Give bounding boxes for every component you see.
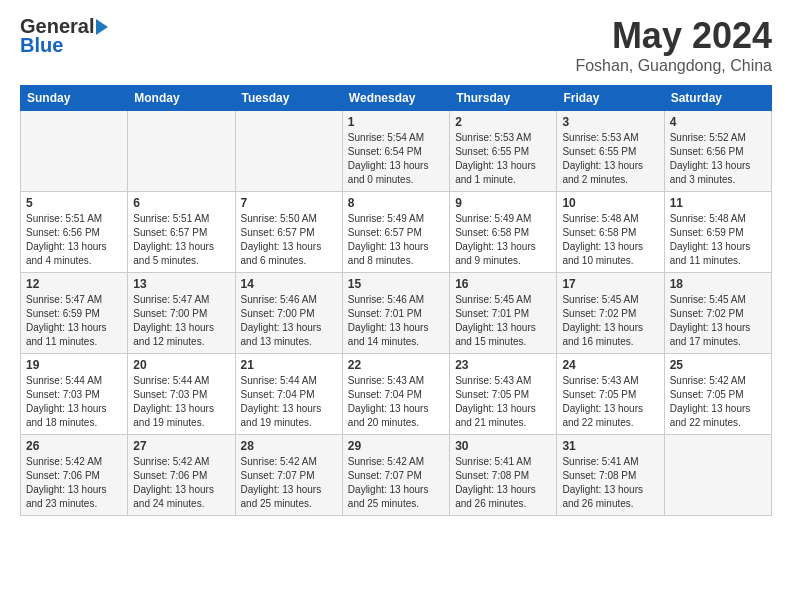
calendar-cell: 20Sunrise: 5:44 AMSunset: 7:03 PMDayligh… xyxy=(128,354,235,435)
calendar-cell: 4Sunrise: 5:52 AMSunset: 6:56 PMDaylight… xyxy=(664,111,771,192)
day-number: 30 xyxy=(455,439,551,453)
day-number: 26 xyxy=(26,439,122,453)
weekday-header-row: SundayMondayTuesdayWednesdayThursdayFrid… xyxy=(21,86,772,111)
calendar-cell: 5Sunrise: 5:51 AMSunset: 6:56 PMDaylight… xyxy=(21,192,128,273)
day-info: Sunrise: 5:42 AMSunset: 7:05 PMDaylight:… xyxy=(670,374,766,430)
calendar-cell: 6Sunrise: 5:51 AMSunset: 6:57 PMDaylight… xyxy=(128,192,235,273)
day-number: 7 xyxy=(241,196,337,210)
day-number: 19 xyxy=(26,358,122,372)
day-number: 18 xyxy=(670,277,766,291)
day-number: 25 xyxy=(670,358,766,372)
weekday-header: Tuesday xyxy=(235,86,342,111)
calendar-cell: 10Sunrise: 5:48 AMSunset: 6:58 PMDayligh… xyxy=(557,192,664,273)
day-info: Sunrise: 5:48 AMSunset: 6:58 PMDaylight:… xyxy=(562,212,658,268)
day-info: Sunrise: 5:46 AMSunset: 7:01 PMDaylight:… xyxy=(348,293,444,349)
calendar-cell: 7Sunrise: 5:50 AMSunset: 6:57 PMDaylight… xyxy=(235,192,342,273)
calendar-cell: 11Sunrise: 5:48 AMSunset: 6:59 PMDayligh… xyxy=(664,192,771,273)
calendar-cell: 1Sunrise: 5:54 AMSunset: 6:54 PMDaylight… xyxy=(342,111,449,192)
calendar-cell: 24Sunrise: 5:43 AMSunset: 7:05 PMDayligh… xyxy=(557,354,664,435)
day-number: 6 xyxy=(133,196,229,210)
day-number: 1 xyxy=(348,115,444,129)
day-number: 3 xyxy=(562,115,658,129)
day-number: 17 xyxy=(562,277,658,291)
day-info: Sunrise: 5:49 AMSunset: 6:57 PMDaylight:… xyxy=(348,212,444,268)
calendar-cell: 8Sunrise: 5:49 AMSunset: 6:57 PMDaylight… xyxy=(342,192,449,273)
main-title: May 2024 xyxy=(575,15,772,57)
calendar-cell: 28Sunrise: 5:42 AMSunset: 7:07 PMDayligh… xyxy=(235,435,342,516)
day-info: Sunrise: 5:42 AMSunset: 7:07 PMDaylight:… xyxy=(241,455,337,511)
day-info: Sunrise: 5:44 AMSunset: 7:03 PMDaylight:… xyxy=(26,374,122,430)
calendar-cell: 19Sunrise: 5:44 AMSunset: 7:03 PMDayligh… xyxy=(21,354,128,435)
calendar-cell: 16Sunrise: 5:45 AMSunset: 7:01 PMDayligh… xyxy=(450,273,557,354)
day-number: 2 xyxy=(455,115,551,129)
weekday-header: Saturday xyxy=(664,86,771,111)
calendar-week-row: 26Sunrise: 5:42 AMSunset: 7:06 PMDayligh… xyxy=(21,435,772,516)
day-info: Sunrise: 5:52 AMSunset: 6:56 PMDaylight:… xyxy=(670,131,766,187)
calendar-cell: 22Sunrise: 5:43 AMSunset: 7:04 PMDayligh… xyxy=(342,354,449,435)
weekday-header: Sunday xyxy=(21,86,128,111)
day-number: 22 xyxy=(348,358,444,372)
header: General Blue May 2024 Foshan, Guangdong,… xyxy=(20,15,772,75)
calendar-cell: 25Sunrise: 5:42 AMSunset: 7:05 PMDayligh… xyxy=(664,354,771,435)
day-number: 29 xyxy=(348,439,444,453)
calendar: SundayMondayTuesdayWednesdayThursdayFrid… xyxy=(20,85,772,516)
day-info: Sunrise: 5:41 AMSunset: 7:08 PMDaylight:… xyxy=(455,455,551,511)
day-number: 23 xyxy=(455,358,551,372)
logo-blue: Blue xyxy=(20,34,110,57)
calendar-cell: 2Sunrise: 5:53 AMSunset: 6:55 PMDaylight… xyxy=(450,111,557,192)
day-info: Sunrise: 5:53 AMSunset: 6:55 PMDaylight:… xyxy=(455,131,551,187)
calendar-cell xyxy=(235,111,342,192)
day-number: 4 xyxy=(670,115,766,129)
day-info: Sunrise: 5:46 AMSunset: 7:00 PMDaylight:… xyxy=(241,293,337,349)
calendar-cell: 15Sunrise: 5:46 AMSunset: 7:01 PMDayligh… xyxy=(342,273,449,354)
page: General Blue May 2024 Foshan, Guangdong,… xyxy=(0,0,792,531)
subtitle: Foshan, Guangdong, China xyxy=(575,57,772,75)
day-info: Sunrise: 5:43 AMSunset: 7:05 PMDaylight:… xyxy=(562,374,658,430)
calendar-week-row: 5Sunrise: 5:51 AMSunset: 6:56 PMDaylight… xyxy=(21,192,772,273)
calendar-week-row: 1Sunrise: 5:54 AMSunset: 6:54 PMDaylight… xyxy=(21,111,772,192)
day-number: 13 xyxy=(133,277,229,291)
day-number: 5 xyxy=(26,196,122,210)
day-info: Sunrise: 5:43 AMSunset: 7:04 PMDaylight:… xyxy=(348,374,444,430)
day-number: 28 xyxy=(241,439,337,453)
calendar-cell: 21Sunrise: 5:44 AMSunset: 7:04 PMDayligh… xyxy=(235,354,342,435)
day-info: Sunrise: 5:54 AMSunset: 6:54 PMDaylight:… xyxy=(348,131,444,187)
day-info: Sunrise: 5:47 AMSunset: 7:00 PMDaylight:… xyxy=(133,293,229,349)
day-info: Sunrise: 5:42 AMSunset: 7:06 PMDaylight:… xyxy=(26,455,122,511)
weekday-header: Friday xyxy=(557,86,664,111)
day-number: 11 xyxy=(670,196,766,210)
day-number: 24 xyxy=(562,358,658,372)
calendar-cell: 26Sunrise: 5:42 AMSunset: 7:06 PMDayligh… xyxy=(21,435,128,516)
day-info: Sunrise: 5:42 AMSunset: 7:07 PMDaylight:… xyxy=(348,455,444,511)
day-info: Sunrise: 5:45 AMSunset: 7:02 PMDaylight:… xyxy=(670,293,766,349)
day-number: 9 xyxy=(455,196,551,210)
calendar-cell xyxy=(21,111,128,192)
calendar-cell xyxy=(664,435,771,516)
day-number: 14 xyxy=(241,277,337,291)
calendar-cell: 17Sunrise: 5:45 AMSunset: 7:02 PMDayligh… xyxy=(557,273,664,354)
day-info: Sunrise: 5:47 AMSunset: 6:59 PMDaylight:… xyxy=(26,293,122,349)
day-info: Sunrise: 5:49 AMSunset: 6:58 PMDaylight:… xyxy=(455,212,551,268)
weekday-header: Monday xyxy=(128,86,235,111)
weekday-header: Thursday xyxy=(450,86,557,111)
day-info: Sunrise: 5:50 AMSunset: 6:57 PMDaylight:… xyxy=(241,212,337,268)
day-number: 12 xyxy=(26,277,122,291)
day-info: Sunrise: 5:45 AMSunset: 7:02 PMDaylight:… xyxy=(562,293,658,349)
day-info: Sunrise: 5:51 AMSunset: 6:56 PMDaylight:… xyxy=(26,212,122,268)
calendar-cell: 18Sunrise: 5:45 AMSunset: 7:02 PMDayligh… xyxy=(664,273,771,354)
title-area: May 2024 Foshan, Guangdong, China xyxy=(575,15,772,75)
calendar-cell: 9Sunrise: 5:49 AMSunset: 6:58 PMDaylight… xyxy=(450,192,557,273)
day-info: Sunrise: 5:41 AMSunset: 7:08 PMDaylight:… xyxy=(562,455,658,511)
calendar-cell: 12Sunrise: 5:47 AMSunset: 6:59 PMDayligh… xyxy=(21,273,128,354)
calendar-week-row: 19Sunrise: 5:44 AMSunset: 7:03 PMDayligh… xyxy=(21,354,772,435)
calendar-cell: 14Sunrise: 5:46 AMSunset: 7:00 PMDayligh… xyxy=(235,273,342,354)
weekday-header: Wednesday xyxy=(342,86,449,111)
calendar-week-row: 12Sunrise: 5:47 AMSunset: 6:59 PMDayligh… xyxy=(21,273,772,354)
day-info: Sunrise: 5:45 AMSunset: 7:01 PMDaylight:… xyxy=(455,293,551,349)
day-number: 10 xyxy=(562,196,658,210)
calendar-cell: 29Sunrise: 5:42 AMSunset: 7:07 PMDayligh… xyxy=(342,435,449,516)
calendar-cell: 31Sunrise: 5:41 AMSunset: 7:08 PMDayligh… xyxy=(557,435,664,516)
logo-triangle xyxy=(96,19,108,35)
day-number: 16 xyxy=(455,277,551,291)
day-number: 31 xyxy=(562,439,658,453)
